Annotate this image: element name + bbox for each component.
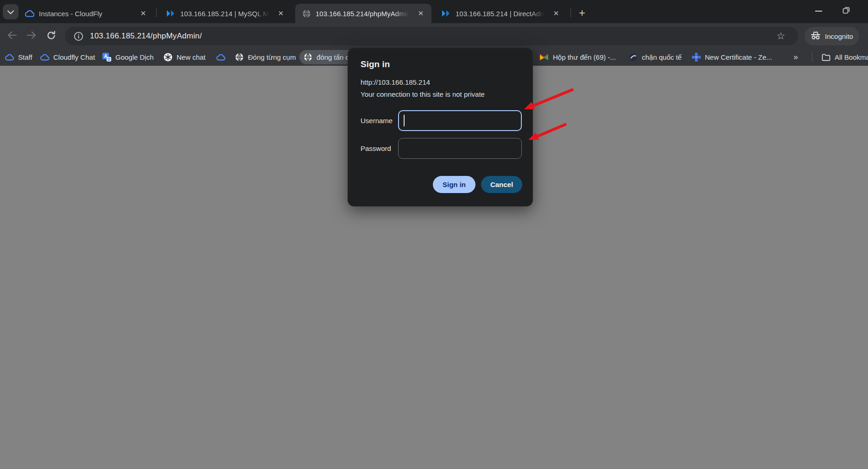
globe-icon [303,53,312,62]
bookmark-label: Hộp thư đến (69) -... [553,53,616,61]
back-icon [7,31,17,41]
signin-dialog: Sign in http://103.166.185.214 Your conn… [348,48,533,206]
bookmark-label: đóng tấn c [317,53,349,61]
url-text: 103.166.185.214/phpMyAdmin/ [90,31,202,41]
bookmark-label: chặn quốc tế [642,53,682,61]
text-caret [404,115,405,126]
chevron-down-icon [7,8,14,16]
tab-strip: Instances - CloudFly ✕ 103.166.185.214 |… [0,0,868,23]
tab-instances-cloudfly[interactable]: Instances - CloudFly ✕ [19,4,154,23]
tab-title: Instances - CloudFly [39,10,133,18]
bookmark-label: New chat [177,53,206,61]
bookmarks-overflow-button[interactable]: » [790,50,802,64]
tab-separator [156,8,157,17]
cloudfly-cloud-icon [40,53,49,62]
restore-icon [843,6,850,16]
svg-text:文: 文 [107,57,111,62]
tab-title: 103.166.185.214/phpMyAdmin/ [316,10,411,18]
tab-mysql-manager[interactable]: 103.166.185.214 | MySQL Mana ✕ [160,4,291,23]
bookmark-new-chat[interactable]: New chat [159,50,209,64]
bookmark-dong-tung-cum[interactable]: Đóng từng cụm [231,50,299,64]
cloudfly-cloud-icon [216,53,225,62]
globe-icon [234,53,244,62]
site-info-icon[interactable] [71,29,85,43]
signin-button[interactable]: Sign in [433,176,475,193]
tab-title: 103.166.185.214 | MySQL Mana [180,10,271,18]
password-field[interactable] [398,138,522,159]
reload-icon [46,31,56,42]
incognito-label: Incognito [825,32,853,40]
password-label: Password [361,144,391,152]
tab-title: 103.166.185.214 | DirectAdmin [456,10,546,18]
blue-puzzle-icon [691,53,701,62]
openai-icon [163,53,172,62]
tab-search-button[interactable] [3,4,19,19]
tab-separator [570,8,571,17]
directadmin-icon [442,9,451,18]
folder-icon [821,53,830,62]
bookmark-label: New Certificate - Ze... [705,53,772,61]
bookmark-cloud-unnamed[interactable] [212,50,229,64]
bookmark-label: Cloudfly Chat [53,53,95,61]
forward-icon [26,31,37,41]
bookmark-chan-quoc-te[interactable]: chặn quốc tế [625,50,685,64]
tab-directadmin[interactable]: 103.166.185.214 | DirectAdmin ✕ [435,4,567,23]
close-tab-icon[interactable]: ✕ [551,8,561,19]
dialog-origin: http://103.166.185.214 [361,78,430,86]
username-label: Username [361,117,393,125]
cancel-button[interactable]: Cancel [481,176,522,193]
bookmark-new-certificate[interactable]: New Certificate - Ze... [688,50,776,64]
close-tab-icon[interactable]: ✕ [416,8,426,19]
bookmark-gmail-inbox[interactable]: Hộp thư đến (69) -... [536,50,620,64]
bookmark-label: Đóng từng cụm [248,53,296,61]
incognito-badge: Incognito [805,27,859,45]
bookmark-star-icon[interactable]: ☆ [774,29,788,43]
cloudfly-cloud-icon [5,53,14,62]
bookmarks-separator [812,52,812,62]
close-tab-icon[interactable]: ✕ [276,8,286,19]
address-bar[interactable]: 103.166.185.214/phpMyAdmin/ ☆ [65,27,798,45]
navigation-toolbar: 103.166.185.214/phpMyAdmin/ ☆ Incognito [0,23,868,49]
minimize-button[interactable] [805,0,832,22]
username-field[interactable] [398,110,522,131]
bookmark-label: All Bookma [835,53,868,61]
dark-globe-icon [628,53,638,62]
bookmark-staff[interactable]: Staff [1,50,36,64]
tab-phpmyadmin-active[interactable]: 103.166.185.214/phpMyAdmin/ ✕ [295,4,431,23]
gmail-icon [539,53,549,62]
connection-warning: Your connection to this site is not priv… [361,90,485,98]
browser-window: Instances - CloudFly ✕ 103.166.185.214 |… [0,0,868,469]
bookmark-google-dich[interactable]: A文 Google Dịch [98,50,158,64]
globe-icon [302,9,311,18]
forward-button[interactable] [22,27,41,45]
minimize-icon [815,11,822,12]
incognito-icon [811,31,821,41]
chevron-overflow-icon: » [793,52,798,62]
all-bookmarks-button[interactable]: All Bookma [817,50,868,64]
back-button[interactable] [3,27,21,45]
new-tab-button[interactable]: + [575,6,589,20]
restore-button[interactable] [833,0,860,22]
cloudfly-cloud-icon [25,9,34,18]
bookmark-cloudfly-chat[interactable]: Cloudfly Chat [36,50,99,64]
bookmark-label: Staff [18,53,32,61]
close-tab-icon[interactable]: ✕ [138,8,148,19]
google-translate-icon: A文 [102,53,111,62]
reload-button[interactable] [42,27,60,45]
directadmin-icon [166,9,176,18]
dialog-title: Sign in [361,59,390,69]
bookmark-label: Google Dịch [115,53,154,61]
